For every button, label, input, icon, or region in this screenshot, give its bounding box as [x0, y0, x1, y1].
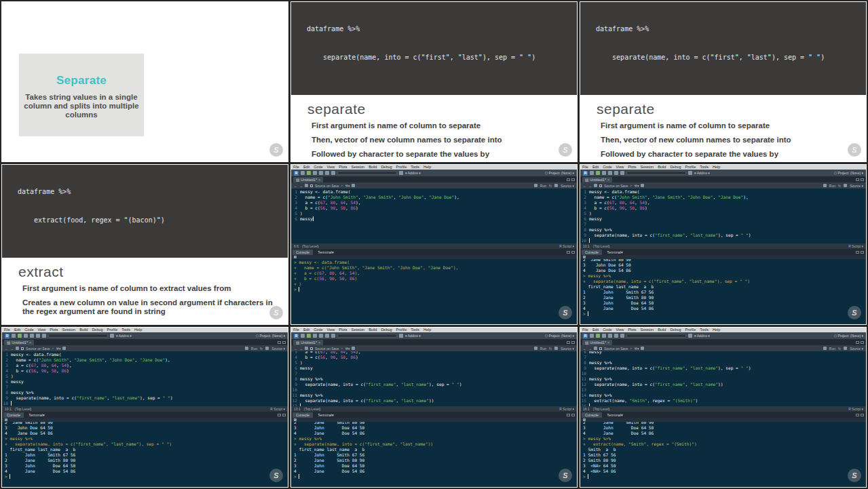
wrench-icon[interactable]: ⚒▾ — [345, 184, 350, 188]
save-icon[interactable] — [594, 184, 597, 187]
scope-label[interactable]: (Top Level) — [304, 407, 321, 411]
print-icon[interactable] — [331, 171, 335, 175]
menu-help[interactable]: Help — [423, 165, 431, 170]
console-options-icon[interactable] — [5, 418, 7, 421]
rerun-icon[interactable]: ↻ — [838, 347, 841, 351]
menu-edit[interactable]: Edit — [303, 165, 309, 170]
menu-build[interactable]: Build — [658, 165, 666, 170]
goto-file-search[interactable] — [48, 334, 108, 338]
new-project-icon[interactable] — [18, 334, 22, 338]
addins-grid-icon[interactable] — [399, 171, 403, 175]
tab-console[interactable]: Console — [293, 250, 313, 255]
save-icon[interactable] — [594, 347, 597, 350]
project-selector[interactable]: ⬡ Project: (None) ▾ — [834, 334, 863, 338]
code-editor[interactable]: 1messy <- data.frame(2 name = c("John Sm… — [291, 189, 577, 243]
save-all-icon[interactable] — [614, 334, 618, 338]
project-selector[interactable]: ⬡ Project: (None) ▾ — [256, 334, 285, 338]
maximize-pane-icon[interactable] — [282, 341, 286, 344]
open-file-icon[interactable] — [602, 334, 606, 338]
close-tab-icon[interactable]: × — [318, 340, 320, 345]
minimize-pane-icon[interactable] — [856, 414, 859, 416]
file-type-selector[interactable]: R Script ▾ — [848, 407, 863, 411]
menu-debug[interactable]: Debug — [381, 165, 392, 170]
tab-terminal[interactable]: Terminal ▾ — [603, 250, 626, 255]
source-button[interactable]: Source ▾ — [850, 347, 863, 351]
goto-file-search[interactable] — [626, 334, 686, 338]
menu-plots[interactable]: Plots — [628, 328, 636, 332]
maximize-pane-icon[interactable] — [282, 414, 286, 416]
source-on-save-checkbox[interactable] — [21, 347, 24, 350]
open-file-icon[interactable] — [602, 171, 606, 175]
save-icon[interactable] — [319, 171, 323, 175]
menu-tools[interactable]: Tools — [700, 165, 709, 170]
back-icon[interactable]: ← — [583, 347, 586, 351]
wrench-icon[interactable]: ⚒▾ — [56, 347, 60, 351]
maximize-pane-icon[interactable] — [571, 341, 575, 344]
menu-code[interactable]: Code — [603, 328, 611, 332]
console-options-icon[interactable] — [294, 418, 297, 421]
console-output[interactable]: 2 Jane Smith 80 903 John Doe 64 504 Jane… — [2, 422, 288, 487]
file-type-selector[interactable]: R Script ▾ — [559, 244, 574, 248]
save-all-icon[interactable] — [325, 334, 329, 338]
console-output[interactable]: 2 Jane Smith 80 903 John Doe 64 504 Jane… — [580, 422, 866, 487]
tab-untitled1[interactable]: ▤ Untitled1* × — [582, 340, 612, 345]
goto-file-search[interactable] — [337, 171, 397, 175]
menu-help[interactable]: Help — [134, 328, 142, 332]
source-icon[interactable] — [844, 347, 847, 350]
tab-terminal[interactable]: Terminal ▾ — [314, 412, 337, 418]
back-icon[interactable]: ← — [583, 184, 586, 188]
source-icon[interactable] — [554, 184, 558, 187]
project-selector[interactable]: ⬡ Project: (None) ▾ — [834, 171, 863, 175]
save-all-icon[interactable] — [325, 171, 329, 175]
run-icon[interactable] — [823, 347, 827, 350]
close-tab-icon[interactable]: × — [318, 178, 320, 182]
run-icon[interactable] — [534, 184, 537, 187]
new-project-icon[interactable] — [307, 171, 311, 175]
open-file-icon[interactable] — [313, 171, 317, 175]
source-icon[interactable] — [265, 347, 269, 350]
scope-label[interactable]: (Top Level) — [302, 244, 319, 248]
console-output[interactable]: 2 Jane Smith 80 903 John Doe 64 504 Jane… — [291, 422, 577, 487]
save-all-icon[interactable] — [614, 171, 618, 175]
source-icon[interactable] — [554, 347, 558, 350]
menu-tools[interactable]: Tools — [411, 328, 419, 332]
minimize-pane-icon[interactable] — [567, 251, 570, 254]
menu-profile[interactable]: Profile — [396, 328, 407, 332]
scope-label[interactable]: (Top Level) — [15, 407, 32, 411]
maximize-pane-icon[interactable] — [861, 414, 864, 416]
tab-untitled1[interactable]: ▤ Untitled1* × — [582, 177, 612, 182]
open-file-icon[interactable] — [313, 334, 317, 338]
forward-icon[interactable]: → — [10, 347, 14, 351]
file-type-selector[interactable]: R Script ▾ — [848, 244, 863, 248]
run-icon[interactable] — [823, 184, 827, 187]
new-file-icon[interactable] — [12, 334, 16, 338]
menu-code[interactable]: Code — [314, 328, 322, 332]
save-icon[interactable] — [305, 347, 308, 350]
close-tab-icon[interactable]: × — [607, 340, 609, 345]
source-on-save-checkbox[interactable] — [310, 184, 313, 187]
close-tab-icon[interactable]: × — [29, 340, 31, 345]
maximize-pane-icon[interactable] — [571, 414, 575, 416]
forward-icon[interactable]: → — [588, 184, 592, 188]
new-file-icon[interactable] — [590, 171, 594, 175]
menu-view[interactable]: View — [616, 165, 624, 170]
menu-edit[interactable]: Edit — [303, 328, 309, 332]
code-editor[interactable]: 6messy78messy %>%9 separate(name, into =… — [580, 351, 866, 406]
maximize-pane-icon[interactable] — [571, 251, 575, 254]
code-editor[interactable]: 3 a = c(67, 80, 64, 54),4 b = c(56, 90, … — [291, 351, 577, 406]
magnifier-icon[interactable]: ⌕ — [630, 346, 633, 351]
menu-build[interactable]: Build — [658, 328, 666, 332]
menu-code[interactable]: Code — [24, 328, 33, 332]
run-icon[interactable] — [534, 347, 537, 350]
minimize-pane-icon[interactable] — [856, 251, 859, 254]
menu-help[interactable]: Help — [713, 165, 720, 170]
project-selector[interactable]: ⬡ Project: (None) ▾ — [545, 334, 574, 338]
menu-view[interactable]: View — [616, 328, 624, 332]
save-icon[interactable] — [608, 171, 612, 175]
menu-code[interactable]: Code — [603, 165, 611, 170]
menu-edit[interactable]: Edit — [592, 328, 599, 332]
menu-plots[interactable]: Plots — [628, 165, 636, 170]
file-type-selector[interactable]: R Script ▾ — [270, 407, 285, 411]
compile-report-icon[interactable] — [352, 347, 355, 350]
code-editor[interactable]: 1messy <- data.frame(2 name = c("John Sm… — [580, 189, 866, 243]
